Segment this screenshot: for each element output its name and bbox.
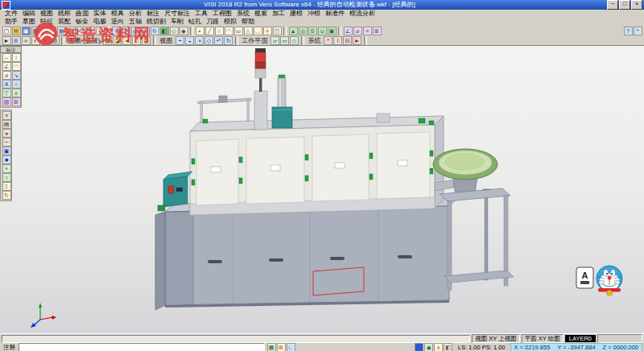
calculator-icon[interactable]: ⊟ <box>343 36 352 45</box>
menu-标注[interactable]: 标注 <box>144 10 162 18</box>
mask-icon[interactable]: ▨ <box>51 36 60 45</box>
menu-模拟[interactable]: 模拟 <box>221 18 239 26</box>
hidden-line-icon[interactable]: ◆ <box>180 27 188 35</box>
table-icon[interactable]: ⊞ <box>12 97 21 106</box>
menu-钻孔[interactable]: 钻孔 <box>186 18 204 26</box>
view-refresh-icon[interactable]: ↻ <box>224 36 233 45</box>
menu-编辑[interactable]: 编辑 <box>20 10 38 18</box>
menu-模流分析[interactable]: 模流分析 <box>347 10 378 18</box>
layer-manager-icon[interactable]: ≡ <box>2 111 11 120</box>
active-layer-badge[interactable]: LAYER0 <box>565 335 596 342</box>
paste-icon[interactable]: ▧ <box>67 27 76 35</box>
plane-custom-icon[interactable]: ◇ <box>290 36 299 45</box>
copy-icon[interactable]: ▦ <box>57 27 66 35</box>
machine-enclosure[interactable] <box>190 96 444 215</box>
status-plane-indicator[interactable]: 平面 XY 绘图 <box>522 334 564 343</box>
menu-草图[interactable]: 草图 <box>20 18 38 26</box>
fillet-icon[interactable]: ◡ <box>254 27 262 35</box>
status-view-indicator[interactable]: 视图 XY 上视图 <box>472 334 520 343</box>
trim-icon[interactable]: ┼ <box>263 27 272 35</box>
wireframe-view-icon[interactable]: ◇ <box>170 27 179 35</box>
menu-系统[interactable]: 系统 <box>234 10 252 18</box>
view-front-icon[interactable]: ◒ <box>185 36 194 45</box>
grid-icon[interactable]: ⊞ <box>373 27 382 35</box>
units-icon[interactable]: ± <box>434 343 443 351</box>
menu-线切割[interactable]: 线切割 <box>144 18 168 26</box>
view-iso-icon[interactable]: ◇ <box>204 36 213 45</box>
zoom-fit-icon[interactable]: ▭ <box>131 27 140 35</box>
menu-装配[interactable]: 装配 <box>56 18 73 26</box>
layer-color-swatch[interactable] <box>415 343 423 351</box>
menu-标准件[interactable]: 标准件 <box>323 10 347 18</box>
extrude-icon[interactable]: ▲ <box>289 27 298 35</box>
system-settings-icon[interactable]: * <box>324 36 332 45</box>
cut-icon[interactable]: ✂ <box>47 27 56 35</box>
dim-diameter-icon[interactable]: ⌀ <box>2 71 11 80</box>
circle-icon[interactable]: ○ <box>215 27 224 35</box>
view-side-icon[interactable]: ◑ <box>195 36 204 45</box>
grid-toggle-icon[interactable]: ⊞ <box>277 343 286 351</box>
layers-icon[interactable]: ≡ <box>363 27 372 35</box>
revolve-icon[interactable]: ◎ <box>299 27 308 35</box>
menu-视图[interactable]: 视图 <box>38 10 56 18</box>
feeder-stand[interactable] <box>440 188 514 290</box>
boolean-union-icon[interactable]: ∪ <box>318 27 327 35</box>
plane-xy-icon[interactable]: ▱ <box>270 36 279 45</box>
shaded-view-icon[interactable]: ◧ <box>160 27 169 35</box>
properties-icon[interactable]: ▤ <box>2 120 11 129</box>
menu-工具[interactable]: 工具 <box>192 10 210 18</box>
color-icon[interactable]: ● <box>2 129 11 138</box>
select-invert-icon[interactable]: ◪ <box>113 36 122 45</box>
render-mode-icon[interactable]: ◧ <box>444 343 452 351</box>
open-file-icon[interactable]: ▤ <box>12 27 21 35</box>
roof-cylinder-unit[interactable] <box>272 75 292 128</box>
plane-xz-icon[interactable]: ▭ <box>280 36 289 45</box>
new-file-icon[interactable]: ▢ <box>2 27 11 35</box>
menu-助手[interactable]: 助手 <box>2 18 20 26</box>
polygon-icon[interactable]: △ <box>244 27 253 35</box>
dimension-icon[interactable]: ⌀ <box>353 27 362 35</box>
line-icon[interactable]: ╱ <box>205 27 214 35</box>
print-icon[interactable]: ▥ <box>31 27 40 35</box>
linetype-icon[interactable]: ─ <box>2 138 11 147</box>
filter-icon[interactable]: ▼ <box>41 36 50 45</box>
help-icon[interactable]: ? <box>624 27 633 35</box>
menu-帮助[interactable]: 帮助 <box>239 18 257 26</box>
rotate-view-icon[interactable]: ↻ <box>151 27 159 35</box>
menu-刀路[interactable]: 刀路 <box>204 18 221 26</box>
menu-钣金[interactable]: 钣金 <box>73 18 91 26</box>
minimize-button[interactable]: − <box>607 0 618 10</box>
attach-icon[interactable]: + <box>2 164 11 173</box>
shell-icon[interactable]: ▣ <box>328 27 336 35</box>
dim-angle-icon[interactable]: ∠ <box>2 62 11 71</box>
redo-icon[interactable]: ↷ <box>86 27 95 35</box>
system-info-icon[interactable]: i <box>333 36 342 45</box>
note-input[interactable] <box>19 343 265 351</box>
hatch-icon[interactable]: ▨ <box>2 97 11 106</box>
menu-工程图[interactable]: 工程图 <box>210 10 234 18</box>
menu-逆向[interactable]: 逆向 <box>109 18 126 26</box>
menu-实体[interactable]: 实体 <box>91 10 109 18</box>
select-all-icon[interactable]: ▩ <box>103 36 112 45</box>
menu-视窗[interactable]: 视窗 <box>252 10 270 18</box>
select-group-icon[interactable]: ▥ <box>142 36 151 45</box>
wcs-indicator-icon[interactable]: ◉ <box>424 343 433 351</box>
delete-icon[interactable]: × <box>96 27 105 35</box>
pan-icon[interactable]: ↔ <box>141 27 150 35</box>
zoom-out-icon[interactable]: − <box>122 27 130 35</box>
menu-冲模[interactable]: 冲模 <box>305 10 323 18</box>
snap-toggle-icon[interactable]: ▦ <box>267 343 276 351</box>
dim-radius-icon[interactable]: ◠ <box>12 62 21 71</box>
zoom-in-icon[interactable]: + <box>112 27 121 35</box>
group-icon[interactable]: ▣ <box>2 147 11 155</box>
macro-icon[interactable]: ► <box>353 36 361 45</box>
maximize-button[interactable]: □ <box>619 0 630 10</box>
menu-尺寸标注[interactable]: 尺寸标注 <box>162 10 192 18</box>
dim-linear-icon[interactable]: ↔ <box>2 53 11 62</box>
leader-icon[interactable]: ↘ <box>12 71 21 80</box>
rectangle-icon[interactable]: ▭ <box>234 27 243 35</box>
menu-曲面[interactable]: 曲面 <box>73 10 91 18</box>
save-icon[interactable]: ▣ <box>22 27 31 35</box>
point-icon[interactable]: • <box>196 27 204 35</box>
menu-五轴[interactable]: 五轴 <box>126 18 144 26</box>
